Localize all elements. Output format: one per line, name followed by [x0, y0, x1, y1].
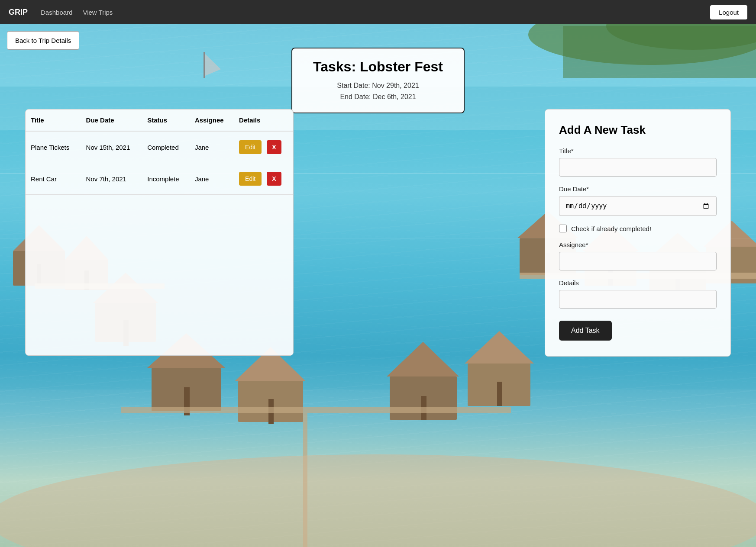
assignee-label: Assignee* — [559, 241, 717, 248]
cell-status: Completed — [142, 131, 190, 163]
cell-assignee: Jane — [190, 131, 234, 163]
cell-title: Plane Tickets — [26, 131, 81, 163]
cell-actions: Edit X — [234, 131, 293, 163]
title-field-group: Title* — [559, 147, 717, 177]
cell-status: Incomplete — [142, 163, 190, 195]
nav-dashboard[interactable]: Dashboard — [41, 9, 72, 16]
table-row: Plane Tickets Nov 15th, 2021 Completed J… — [26, 131, 293, 163]
cell-title: Rent Car — [26, 163, 81, 195]
edit-button-1[interactable]: Edit — [239, 172, 262, 186]
nav-view-trips[interactable]: View Trips — [83, 9, 113, 16]
completed-checkbox-group: Check if already completed! — [559, 225, 717, 232]
cell-due-date: Nov 7th, 2021 — [81, 163, 142, 195]
end-date: End Date: Dec 6th, 2021 — [313, 91, 443, 103]
col-details: Details — [234, 109, 293, 131]
col-assignee: Assignee — [190, 109, 234, 131]
navbar: GRIP Dashboard View Trips Logout — [0, 0, 756, 24]
table-header-row: Title Due Date Status Assignee Details — [26, 109, 293, 131]
cell-actions: Edit X — [234, 163, 293, 195]
logout-button[interactable]: Logout — [710, 5, 747, 19]
start-date: Start Date: Nov 29th, 2021 — [313, 80, 443, 91]
brand-logo: GRIP — [9, 8, 28, 17]
tasks-card: Title Due Date Status Assignee Details P… — [25, 109, 294, 356]
page-title: Tasks: Lobster Fest — [313, 59, 443, 75]
add-task-title: Add A New Task — [559, 123, 717, 137]
cell-due-date: Nov 15th, 2021 — [81, 131, 142, 163]
title-input[interactable] — [559, 158, 717, 177]
completed-checkbox-label: Check if already completed! — [571, 225, 651, 232]
col-due-date: Due Date — [81, 109, 142, 131]
nav-links: Dashboard View Trips — [41, 9, 710, 16]
delete-button-1[interactable]: X — [267, 172, 281, 186]
details-field-group: Details — [559, 279, 717, 309]
table-row: Rent Car Nov 7th, 2021 Incomplete Jane E… — [26, 163, 293, 195]
tasks-table: Title Due Date Status Assignee Details P… — [26, 109, 293, 195]
edit-button-0[interactable]: Edit — [239, 140, 262, 154]
assignee-field-group: Assignee* — [559, 241, 717, 270]
title-label: Title* — [559, 147, 717, 154]
due-date-input[interactable] — [559, 196, 717, 216]
add-task-button[interactable]: Add Task — [559, 321, 612, 341]
col-title: Title — [26, 109, 81, 131]
add-task-card: Add A New Task Title* Due Date* Check if… — [545, 109, 731, 357]
col-status: Status — [142, 109, 190, 131]
assignee-input[interactable] — [559, 252, 717, 270]
title-card: Tasks: Lobster Fest Start Date: Nov 29th… — [291, 48, 465, 113]
due-date-field-group: Due Date* — [559, 185, 717, 216]
cell-assignee: Jane — [190, 163, 234, 195]
details-input[interactable] — [559, 290, 717, 309]
back-to-trip-details-button[interactable]: Back to Trip Details — [7, 31, 79, 50]
completed-checkbox[interactable] — [559, 225, 567, 232]
due-date-label: Due Date* — [559, 185, 717, 193]
details-label: Details — [559, 279, 717, 286]
delete-button-0[interactable]: X — [267, 140, 281, 154]
